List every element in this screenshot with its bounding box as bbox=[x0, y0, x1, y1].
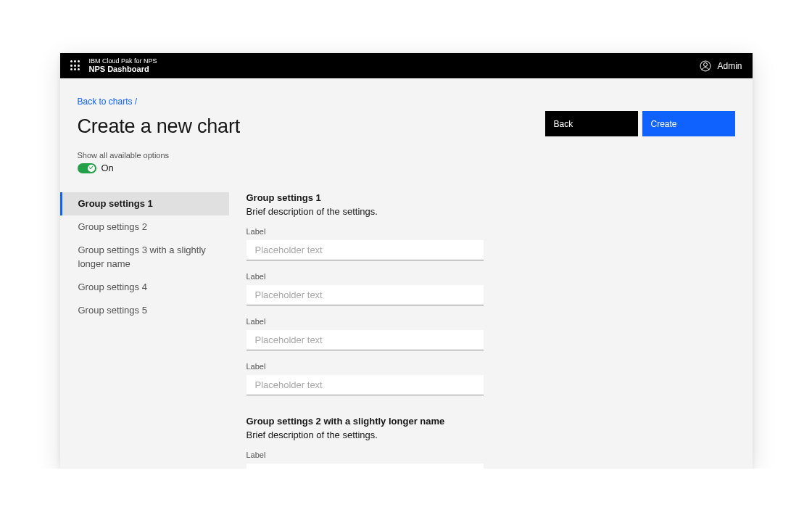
app-switcher-icon[interactable] bbox=[70, 60, 80, 70]
field-5: Label bbox=[246, 451, 484, 469]
field-4: Label bbox=[246, 362, 484, 395]
sidebar-item-group-5[interactable]: Group settings 5 bbox=[60, 299, 229, 322]
form-area: Group settings 1 Brief description of th… bbox=[246, 192, 484, 469]
dashboard-name: NPS Dashboard bbox=[89, 65, 157, 73]
field-1: Label bbox=[246, 227, 484, 260]
check-icon bbox=[88, 165, 95, 172]
group-2-description: Brief description of the settings. bbox=[246, 429, 484, 440]
top-bar-left: IBM Cloud Pak for NPS NPS Dashboard bbox=[70, 58, 157, 74]
back-button[interactable]: Back bbox=[545, 111, 638, 136]
field-3: Label bbox=[246, 317, 484, 350]
app-window: IBM Cloud Pak for NPS NPS Dashboard Admi… bbox=[60, 53, 753, 469]
side-nav: Group settings 1 Group settings 2 Group … bbox=[60, 192, 229, 469]
field-2-label: Label bbox=[246, 272, 484, 281]
group-1-title: Group settings 1 bbox=[246, 192, 484, 203]
sidebar-item-group-1[interactable]: Group settings 1 bbox=[60, 192, 229, 215]
svg-point-1 bbox=[704, 62, 708, 66]
field-3-label: Label bbox=[246, 317, 484, 326]
toggle-caption: Show all available options bbox=[78, 151, 735, 160]
top-bar: IBM Cloud Pak for NPS NPS Dashboard Admi… bbox=[60, 53, 753, 78]
sidebar-item-group-3[interactable]: Group settings 3 with a slightly longer … bbox=[60, 239, 229, 275]
toggle-state-label: On bbox=[102, 163, 114, 173]
create-button[interactable]: Create bbox=[642, 111, 735, 136]
sidebar-item-group-2[interactable]: Group settings 2 bbox=[60, 215, 229, 239]
sidebar-item-group-4[interactable]: Group settings 4 bbox=[60, 276, 229, 299]
product-name: IBM Cloud Pak for NPS bbox=[89, 58, 157, 65]
content: Back to charts / Create a new chart Back… bbox=[60, 78, 753, 469]
field-4-input[interactable] bbox=[246, 375, 484, 395]
user-label: Admin bbox=[717, 61, 742, 71]
field-5-label: Label bbox=[246, 451, 484, 459]
breadcrumb-link[interactable]: Back to charts / bbox=[78, 96, 735, 107]
toggle-switch[interactable] bbox=[78, 163, 96, 173]
header-row: Create a new chart Back Create bbox=[78, 115, 735, 138]
field-5-input[interactable] bbox=[246, 464, 484, 469]
user-icon bbox=[700, 60, 711, 72]
group-2-title: Group settings 2 with a slightly longer … bbox=[246, 416, 484, 427]
field-2-input[interactable] bbox=[246, 285, 484, 305]
action-buttons: Back Create bbox=[545, 111, 735, 136]
main-area: Group settings 1 Group settings 2 Group … bbox=[78, 192, 735, 469]
title-block: IBM Cloud Pak for NPS NPS Dashboard bbox=[89, 58, 157, 74]
toggle-row: On bbox=[78, 163, 735, 173]
field-4-label: Label bbox=[246, 362, 484, 371]
field-1-input[interactable] bbox=[246, 240, 484, 260]
toggle-section: Show all available options On bbox=[78, 151, 735, 173]
group-1-description: Brief description of the settings. bbox=[246, 206, 484, 217]
group-2: Group settings 2 with a slightly longer … bbox=[246, 416, 484, 469]
field-2: Label bbox=[246, 272, 484, 305]
group-1: Group settings 1 Brief description of th… bbox=[246, 192, 484, 395]
top-bar-right[interactable]: Admin bbox=[700, 60, 742, 72]
page-title: Create a new chart bbox=[78, 115, 241, 138]
field-1-label: Label bbox=[246, 227, 484, 236]
field-3-input[interactable] bbox=[246, 330, 484, 350]
